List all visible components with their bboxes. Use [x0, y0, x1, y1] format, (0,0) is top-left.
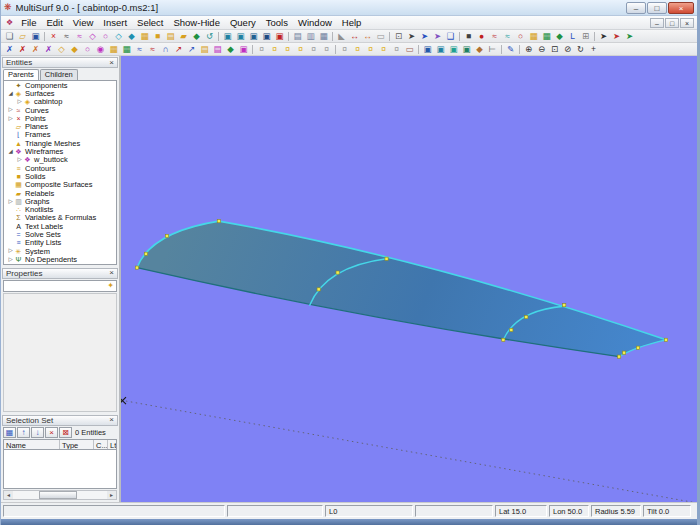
ruled-surf-icon[interactable]: ▤	[199, 44, 211, 55]
menu-window[interactable]: Window	[293, 17, 337, 29]
select-query-icon[interactable]: ❑	[445, 31, 457, 42]
copy-image-icon[interactable]: ▣	[422, 44, 434, 55]
tree-item-entity-lists[interactable]: ≡Entity Lists	[4, 239, 116, 247]
rev-surf-icon[interactable]: ▤	[212, 44, 224, 55]
control-point[interactable]	[623, 351, 626, 354]
column-header-name[interactable]: Name	[4, 440, 60, 449]
arc-icon[interactable]: ∩	[160, 44, 172, 55]
close-button[interactable]: ×	[668, 2, 694, 14]
csurf-icon[interactable]: ▦	[121, 44, 133, 55]
minimize-button[interactable]: –	[626, 2, 646, 14]
sel-hide-parents-icon[interactable]: ¤	[391, 44, 403, 55]
line-icon[interactable]: ↗	[173, 44, 185, 55]
abs-magnet-icon[interactable]: ◇	[56, 44, 68, 55]
collapsed-arrow-icon[interactable]: ▷	[7, 248, 14, 254]
properties-help-icon[interactable]: ✦	[107, 282, 114, 290]
sel-show-children-icon[interactable]: ¤	[378, 44, 390, 55]
collapsed-arrow-icon[interactable]: ▷	[7, 257, 14, 263]
view-wireframe-icon[interactable]: ▣	[222, 31, 234, 42]
sel-show-icon[interactable]: ¤	[352, 44, 364, 55]
insert-ring-icon[interactable]: ○	[100, 31, 112, 42]
show-labels-icon[interactable]: L	[567, 31, 579, 42]
control-point[interactable]	[510, 328, 513, 331]
selection-set-close-icon[interactable]: ×	[109, 416, 114, 424]
pan-view-icon[interactable]: +	[588, 44, 600, 55]
menu-insert[interactable]: Insert	[98, 17, 132, 29]
abs-bead-icon[interactable]: ✗	[30, 44, 42, 55]
insert-surface-icon[interactable]: ◇	[113, 31, 125, 42]
control-point[interactable]	[317, 288, 320, 291]
selection-set-list[interactable]	[3, 450, 117, 489]
model-window-icon[interactable]: ▭	[375, 31, 387, 42]
insert-mesh-icon[interactable]: ▦	[139, 31, 151, 42]
expanded-arrow-icon[interactable]: ◢	[7, 91, 14, 97]
tree-item-contours[interactable]: ≡Contours	[4, 164, 116, 172]
tree-item-no-dependents[interactable]: ▷ΨNo Dependents	[4, 255, 116, 263]
show-points-icon[interactable]: ●	[476, 31, 488, 42]
control-point[interactable]	[135, 266, 138, 269]
control-point[interactable]	[165, 234, 168, 237]
show-icon[interactable]: ¤	[269, 44, 281, 55]
tab-children[interactable]: Children	[40, 69, 78, 80]
list-mode-icon[interactable]: ▦	[3, 427, 16, 438]
drop-anchor-icon[interactable]: ◆	[474, 44, 486, 55]
rel-bead-icon[interactable]: ✗	[43, 44, 55, 55]
mdi-close-button[interactable]: ×	[680, 18, 694, 28]
clear-all-icon[interactable]: ⊠	[59, 427, 72, 438]
export-view-icon[interactable]: ⊢	[487, 44, 499, 55]
menu-file[interactable]: File	[16, 17, 41, 29]
menu-help[interactable]: Help	[337, 17, 367, 29]
new-file-icon[interactable]: ❏	[4, 31, 16, 42]
insert-curve-icon[interactable]: ≈	[61, 31, 73, 42]
remove-entity-icon[interactable]: ×	[45, 427, 58, 438]
tab-parents[interactable]: Parents	[3, 69, 39, 80]
zoom-extents-icon[interactable]: ⊘	[562, 44, 574, 55]
column-header-c[interactable]: C...	[94, 440, 108, 449]
control-point[interactable]	[144, 252, 147, 255]
collapsed-arrow-icon[interactable]: ▷	[16, 99, 23, 105]
duplicate-icon[interactable]: ▣	[461, 44, 473, 55]
expanded-arrow-icon[interactable]: ◢	[7, 149, 14, 155]
scroll-track[interactable]	[13, 491, 107, 499]
hide-icon[interactable]: ¤	[256, 44, 268, 55]
scroll-right-icon[interactable]: ▸	[107, 492, 116, 498]
view-shaded-icon[interactable]: ▣	[235, 31, 247, 42]
insert-variable-icon[interactable]: ↺	[204, 31, 216, 42]
menu-edit[interactable]: Edit	[41, 17, 67, 29]
insert-frame-icon[interactable]: ◆	[191, 31, 203, 42]
pointer-icon[interactable]: ➤	[598, 31, 610, 42]
scroll-thumb[interactable]	[39, 491, 77, 499]
viewport-3d[interactable]	[121, 56, 697, 502]
collapsed-arrow-icon[interactable]: ▷	[7, 116, 14, 122]
insert-magnet-icon[interactable]: ◇	[87, 31, 99, 42]
tree-item-curves[interactable]: ▷≈Curves	[4, 106, 116, 114]
divisions-u-icon[interactable]: ▤	[292, 31, 304, 42]
control-point[interactable]	[336, 271, 339, 274]
rel-magnet-icon[interactable]: ◆	[69, 44, 81, 55]
collapsed-arrow-icon[interactable]: ▷	[7, 199, 14, 205]
move-down-icon[interactable]: ↓	[31, 427, 44, 438]
divisions-v-icon[interactable]: ▥	[305, 31, 317, 42]
hide-children-icon[interactable]: ¤	[321, 44, 333, 55]
tree-item-composite-surfaces[interactable]: ▦Composite Surfaces	[4, 181, 116, 189]
tree-item-relabels[interactable]: ▰Relabels	[4, 189, 116, 197]
arrows-red-icon[interactable]: ↔	[349, 31, 361, 42]
insert-snake-icon[interactable]: ≈	[74, 31, 86, 42]
mdi-restore-button[interactable]: □	[665, 18, 679, 28]
zoom-out-icon[interactable]: ⊖	[536, 44, 548, 55]
mdi-minimize-button[interactable]: –	[650, 18, 664, 28]
show-snakes-icon[interactable]: ≈	[502, 31, 514, 42]
column-header-lt[interactable]: Lt	[108, 440, 117, 449]
rel-ring-icon[interactable]: ◉	[95, 44, 107, 55]
bcurve-icon[interactable]: ≈	[134, 44, 146, 55]
select-add-icon[interactable]: ➤	[419, 31, 431, 42]
ccurve-icon[interactable]: ≈	[147, 44, 159, 55]
abs-ring-icon[interactable]: ○	[82, 44, 94, 55]
select-marquee-icon[interactable]: ⊡	[393, 31, 405, 42]
insert-composite-icon[interactable]: ▤	[165, 31, 177, 42]
properties-name-field[interactable]: ✦	[3, 280, 117, 292]
rotate-view-icon[interactable]: ↻	[575, 44, 587, 55]
control-point[interactable]	[664, 338, 667, 341]
control-point[interactable]	[525, 315, 528, 318]
insert-surface-alt-icon[interactable]: ◆	[126, 31, 138, 42]
